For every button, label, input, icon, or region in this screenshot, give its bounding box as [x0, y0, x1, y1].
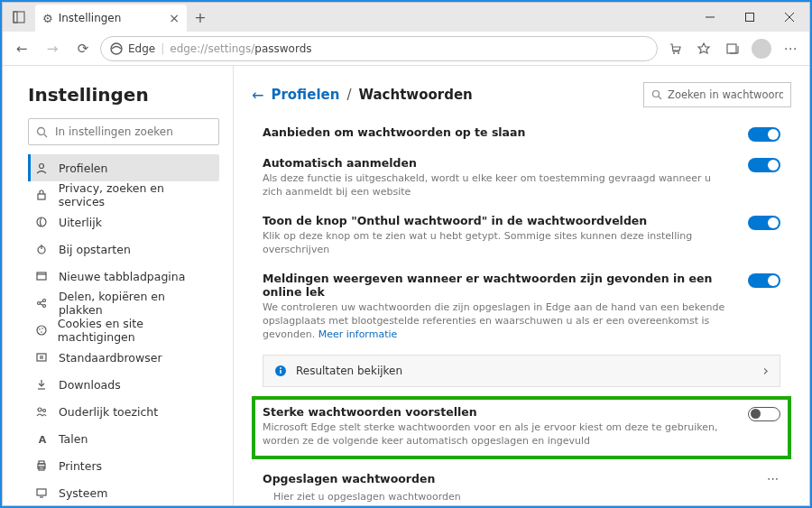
sidebar-item-label: Systeem	[59, 486, 107, 500]
sidebar-item-standaard[interactable]: Standaardbrowser	[28, 344, 219, 371]
svg-line-24	[40, 301, 43, 303]
svg-point-27	[39, 328, 41, 330]
app-menu-icon[interactable]	[3, 11, 35, 23]
svg-rect-19	[37, 272, 46, 280]
system-icon	[35, 486, 50, 499]
toggle-offer-save[interactable]	[748, 127, 780, 142]
sidebar-item-label: Nieuwe tabbladpagina	[59, 270, 185, 283]
sidebar-item-label: Delen, kopiëren en plakken	[59, 290, 212, 317]
sidebar-item-systeem[interactable]: Systeem	[28, 479, 219, 505]
sidebar-item-label: Cookies en site machtigingen	[58, 317, 212, 344]
sidebar-item-label: Standaardbrowser	[59, 351, 162, 365]
toolbar: ← → ⟳ Edge | edge://settings/passwords ⋯	[3, 32, 809, 66]
close-tab-icon[interactable]: ×	[169, 11, 180, 25]
setting-strong-title: Sterke wachtwoorden voorstellen	[263, 405, 730, 419]
sidebar-item-talen[interactable]: ATalen	[28, 425, 219, 452]
setting-strong-desc: Microsoft Edge stelt sterke wachtwoorden…	[263, 420, 730, 448]
sidebar-title: Instellingen	[28, 84, 219, 106]
profile-avatar[interactable]	[748, 35, 775, 62]
share-icon	[35, 297, 50, 309]
svg-rect-40	[37, 489, 46, 495]
svg-point-12	[38, 127, 45, 134]
svg-point-49	[280, 367, 281, 369]
tab-label: Instellingen	[59, 12, 164, 24]
sidebar-item-label: Privacy, zoeken en services	[59, 181, 212, 208]
menu-button[interactable]: ⋯	[777, 35, 804, 62]
sidebar-item-cookies[interactable]: Cookies en site machtigingen	[28, 317, 219, 344]
address-bar[interactable]: Edge | edge://settings/passwords	[100, 36, 658, 61]
sidebar-item-label: Bij opstarten	[59, 243, 131, 256]
breadcrumb-current: Wachtwoorden	[358, 87, 472, 103]
toggle-leak[interactable]	[748, 273, 780, 288]
svg-point-45	[653, 91, 660, 97]
profile-icon	[35, 162, 50, 174]
refresh-button[interactable]: ⟳	[69, 35, 97, 62]
lang-icon: A	[35, 431, 50, 446]
family-icon	[35, 405, 50, 418]
sidebar-item-printers[interactable]: Printers	[28, 452, 219, 479]
minimize-button[interactable]	[690, 3, 730, 32]
setting-leak-link[interactable]: Meer informatie	[318, 328, 398, 340]
sidebar-item-label: Uiterlijk	[59, 216, 102, 229]
sidebar-item-opstarten[interactable]: Bij opstarten	[28, 236, 219, 263]
close-window-button[interactable]	[770, 3, 809, 32]
saved-passwords-title: Opgeslagen wachtwoorden	[263, 472, 435, 485]
svg-point-28	[42, 328, 43, 329]
svg-point-14	[40, 164, 44, 169]
forward-button: →	[39, 35, 66, 62]
maximize-button[interactable]	[730, 3, 770, 32]
newtab-icon	[35, 270, 50, 282]
sidebar-item-label: Talen	[59, 432, 88, 446]
address-scheme: Edge	[128, 42, 155, 55]
setting-reveal-title: Toon de knop "Onthul wachtwoord" in de w…	[263, 214, 730, 227]
sidebar-item-downloads[interactable]: Downloads	[28, 371, 219, 398]
new-tab-button[interactable]: +	[187, 9, 214, 26]
app-window: ⚙ Instellingen × + ← → ⟳ Edge | edge://s…	[2, 2, 810, 506]
results-bar[interactable]: Resultaten bekijken ›	[263, 355, 780, 387]
browser-tab[interactable]: ⚙ Instellingen ×	[35, 5, 187, 32]
sidebar-item-privacy[interactable]: Privacy, zoeken en services	[28, 181, 219, 208]
svg-point-16	[37, 217, 46, 226]
header-search-placeholder: Zoeken in wachtwoorde	[668, 88, 783, 101]
svg-point-29	[41, 331, 42, 333]
sidebar-search[interactable]	[28, 118, 219, 145]
svg-rect-15	[38, 194, 45, 199]
sidebar-item-profielen[interactable]: Profielen	[28, 154, 219, 181]
svg-point-8	[678, 52, 679, 54]
setting-auto-signin-title: Automatisch aanmelden	[263, 156, 730, 170]
saved-passwords-sub: Hier ziet u opgeslagen wachtwoorden	[252, 489, 791, 505]
info-icon	[274, 365, 287, 377]
svg-rect-3	[746, 14, 754, 22]
svg-point-26	[37, 326, 46, 335]
chevron-right-icon: ›	[763, 362, 769, 379]
setting-reveal-desc: Klik op deze knop om te zien wat u hebt …	[263, 229, 730, 257]
favorites-icon[interactable]	[690, 35, 717, 62]
svg-point-36	[43, 410, 46, 412]
gear-icon: ⚙	[42, 12, 53, 25]
sidebar-item-label: Profielen	[59, 162, 107, 175]
address-url-dark: passwords	[254, 42, 311, 55]
titlebar: ⚙ Instellingen × +	[3, 3, 809, 32]
header-search[interactable]: Zoeken in wachtwoorde	[643, 82, 791, 107]
toggle-auto-signin[interactable]	[748, 158, 780, 172]
address-url-dim: edge://settings/	[170, 42, 254, 55]
power-icon	[35, 243, 50, 255]
collections-icon[interactable]	[719, 35, 746, 62]
shopping-icon[interactable]	[661, 35, 688, 62]
breadcrumb-link[interactable]: Profielen	[271, 87, 339, 103]
svg-rect-30	[37, 354, 46, 361]
sidebar-item-label: Downloads	[59, 378, 121, 392]
sidebar-item-uiterlijk[interactable]: Uiterlijk	[28, 208, 219, 236]
toggle-reveal[interactable]	[748, 216, 780, 230]
sidebar-item-ouderlijk[interactable]: Ouderlijk toezicht	[28, 398, 219, 425]
back-button[interactable]: ←	[8, 35, 35, 62]
sidebar-search-input[interactable]	[55, 125, 211, 138]
sidebar-item-delen[interactable]: Delen, kopiëren en plakken	[28, 290, 219, 317]
setting-leak-title: Meldingen weergeven wanneer er wachtwoor…	[263, 272, 730, 299]
svg-line-46	[659, 97, 661, 99]
toggle-strong[interactable]	[748, 407, 780, 421]
svg-rect-38	[39, 461, 44, 464]
sidebar-item-nieuwtab[interactable]: Nieuwe tabbladpagina	[28, 263, 219, 290]
more-button[interactable]: ⋯	[767, 472, 780, 485]
breadcrumb-back-button[interactable]: ←	[252, 87, 263, 104]
